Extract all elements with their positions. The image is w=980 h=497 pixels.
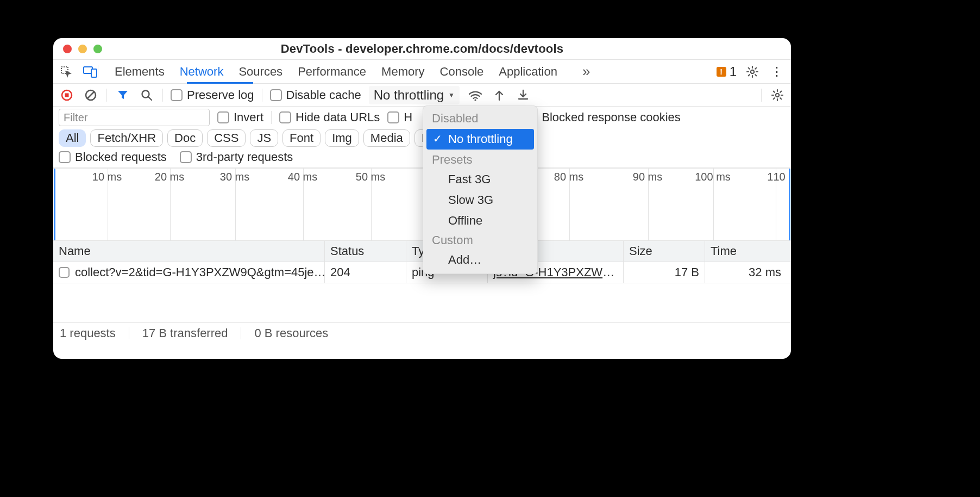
issues-count: 1 [730,64,737,79]
devtools-window: DevTools - developer.chrome.com/docs/dev… [53,38,791,359]
tab-performance[interactable]: Performance [298,65,366,79]
col-name[interactable]: Name [53,241,325,262]
search-icon[interactable] [139,87,155,103]
status-resources: 0 B resources [254,326,328,340]
svg-line-9 [148,97,152,100]
throttle-option-offline[interactable]: Offline [423,210,537,231]
issues-icon: ! [717,67,726,77]
cell-time: 32 ms [705,262,787,283]
tab-application[interactable]: Application [499,65,557,79]
chip-img[interactable]: Img [325,129,359,147]
tab-sources[interactable]: Sources [238,65,282,79]
titlebar: DevTools - developer.chrome.com/docs/dev… [53,38,791,60]
filter-input[interactable]: Filter [59,109,210,126]
invert-checkbox[interactable]: Invert [217,110,263,125]
col-time[interactable]: Time [705,241,787,262]
settings-gear-icon[interactable] [744,64,761,80]
cell-size: 17 B [624,262,705,283]
svg-point-11 [776,93,779,96]
more-tabs-icon[interactable]: » [582,63,590,80]
svg-point-3 [751,70,754,73]
inspect-icon[interactable] [59,64,74,79]
dropdown-label-custom: Custom [423,231,537,250]
blocked-response-cookies-checkbox[interactable]: Blocked response cookies [525,110,681,125]
chip-all[interactable]: All [59,129,86,147]
row-checkbox[interactable] [59,267,70,278]
resource-type-chips: All Fetch/XHR Doc CSS JS Font Img Media … [59,129,786,147]
status-transferred: 17 B transferred [142,326,228,340]
throttling-value: No throttling [374,88,444,103]
timeline-right-handle[interactable] [789,169,790,240]
throttling-dropdown: Disabled No throttling Presets Fast 3G S… [423,105,538,274]
network-conditions-icon[interactable] [467,87,483,103]
cell-status: 204 [325,262,406,283]
record-button[interactable] [59,87,75,103]
svg-line-7 [87,91,95,98]
chip-doc[interactable]: Doc [167,129,203,147]
throttle-option-fast-3g[interactable]: Fast 3G [423,169,537,190]
main-tabs-row: Elements Network Sources Performance Mem… [53,60,791,84]
hide-data-urls-checkbox[interactable]: Hide data URLs [279,110,380,125]
preserve-log-checkbox[interactable]: Preserve log [171,88,254,102]
upload-har-icon[interactable] [491,87,507,103]
network-toolbar: Preserve log Disable cache No throttling… [53,84,791,107]
filter-placeholder: Filter [64,111,87,123]
network-settings-gear-icon[interactable] [769,87,786,103]
disable-cache-checkbox[interactable]: Disable cache [270,88,361,102]
tab-console[interactable]: Console [440,65,484,79]
tab-memory[interactable]: Memory [381,65,424,79]
throttle-option-slow-3g[interactable]: Slow 3G [423,190,537,210]
filter-bar: Filter Invert Hide data URLs H Blocked r… [53,107,791,168]
table-row[interactable]: collect?v=2&tid=G-H1Y3PXZW9Q&gtm=45je… 2… [53,262,791,283]
svg-rect-5 [65,93,69,97]
svg-rect-2 [91,69,97,77]
timeline-left-handle[interactable] [54,169,55,240]
chip-media[interactable]: Media [363,129,410,147]
table-header: Name Status Ty Size Time [53,241,791,262]
status-requests: 1 requests [60,326,116,340]
tab-elements[interactable]: Elements [115,65,165,79]
more-menu-icon[interactable]: ⋮ [768,64,784,80]
blocked-requests-checkbox[interactable]: Blocked requests [59,150,167,164]
third-party-requests-checkbox[interactable]: 3rd-party requests [180,150,293,164]
dropdown-triangle-icon: ▼ [448,91,455,99]
svg-point-10 [474,99,476,101]
status-bar: 1 requests 17 B transferred 0 B resource… [53,322,791,344]
partial-checkbox[interactable]: H [387,110,412,125]
col-size[interactable]: Size [624,241,705,262]
timeline-scale[interactable]: 10 ms 20 ms 30 ms 40 ms 50 ms 80 ms 90 m… [53,168,791,241]
clear-icon[interactable] [83,87,99,103]
col-status[interactable]: Status [325,241,406,262]
chip-fetchxhr[interactable]: Fetch/XHR [90,129,163,147]
device-toolbar-icon[interactable] [83,64,98,79]
dropdown-label-disabled: Disabled [423,109,537,128]
throttling-select[interactable]: No throttling ▼ [369,86,460,104]
filter-icon[interactable] [115,87,131,103]
throttle-option-no-throttling[interactable]: No throttling [426,129,534,150]
throttle-option-add[interactable]: Add… [423,250,537,270]
window-title: DevTools - developer.chrome.com/docs/dev… [53,42,791,56]
issues-indicator[interactable]: ! 1 [717,64,737,79]
chip-js[interactable]: JS [250,129,278,147]
panel-tabs: Elements Network Sources Performance Mem… [115,63,590,80]
download-har-icon[interactable] [515,87,531,103]
requests-table: Name Status Ty Size Time collect?v=2&tid… [53,241,791,322]
chip-css[interactable]: CSS [207,129,246,147]
tab-network[interactable]: Network [180,65,224,79]
cell-name: collect?v=2&tid=G-H1Y3PXZW9Q&gtm=45je… [75,265,325,279]
chip-font[interactable]: Font [282,129,321,147]
dropdown-label-presets: Presets [423,151,537,169]
